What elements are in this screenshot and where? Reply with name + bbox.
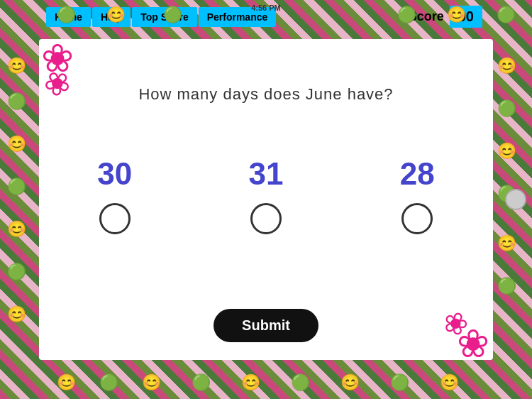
smiley-decoration: 😊	[440, 373, 459, 392]
scroll-indicator	[505, 189, 526, 210]
answer-choice-28[interactable]: 28	[400, 156, 435, 234]
smiley-decoration: 🟢	[7, 177, 26, 196]
answers-area: 30 31 28	[39, 156, 493, 234]
radio-31[interactable]	[250, 203, 282, 234]
smiley-decoration: 🟢	[7, 92, 26, 111]
smiley-decoration: 😊	[7, 305, 26, 324]
time-display: 4:56 PM	[251, 4, 281, 12]
smiley-decoration: 😊	[241, 373, 260, 392]
smiley-decoration: 🟢	[7, 263, 26, 281]
answer-number-31: 31	[249, 156, 284, 192]
answer-number-28: 28	[400, 156, 435, 192]
smiley-decoration: 😊	[7, 57, 26, 75]
smiley-decoration: 😊	[142, 373, 161, 392]
smiley-decoration: 😊	[340, 373, 360, 392]
answer-choice-30[interactable]: 30	[97, 156, 132, 234]
radio-28[interactable]	[401, 203, 433, 234]
smiley-decoration: 🟢	[99, 373, 118, 392]
submit-button[interactable]: Submit	[214, 309, 318, 342]
question-text: How many days does June have?	[138, 85, 393, 103]
smiley-decoration: 😊	[497, 234, 516, 253]
smiley-decoration: 😊	[497, 57, 516, 75]
smiley-decoration: 🟢	[291, 373, 310, 392]
status-bar: 4:56 PM	[0, 1, 532, 14]
smiley-decoration: 🟢	[390, 373, 409, 392]
radio-30[interactable]	[99, 203, 131, 234]
smiley-decoration: 🟢	[192, 373, 211, 392]
smiley-decoration: 😊	[497, 142, 516, 160]
answer-choice-31[interactable]: 31	[249, 156, 284, 234]
smiley-decoration: 😊	[7, 220, 26, 239]
smiley-decoration: 😊	[7, 135, 26, 153]
answer-number-30: 30	[97, 156, 132, 192]
question-area: How many days does June have?	[39, 85, 493, 104]
smiley-decoration: 😊	[57, 373, 76, 392]
smiley-decoration: 🟢	[497, 277, 516, 295]
app: 😊 🟢 😊 🟢 😊 🟢 😊 😊 🟢 😊 🟢 😊 🟢 😊 🟢 😊 🟢 😊 🟢 😊 …	[0, 0, 532, 399]
smiley-decoration: 🟢	[497, 99, 516, 118]
